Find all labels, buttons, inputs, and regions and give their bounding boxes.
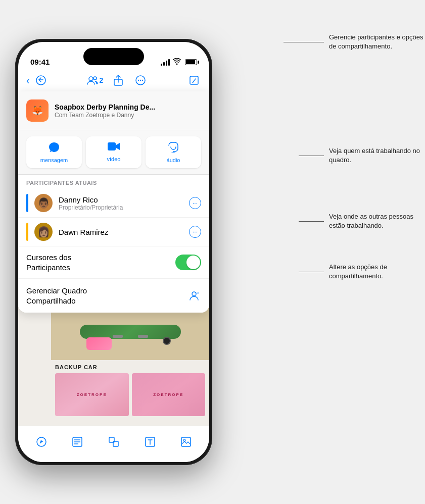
- battery-icon: [185, 59, 197, 65]
- participant-indicator-danny: [26, 194, 28, 212]
- toggle-thumb: [186, 256, 200, 269]
- status-icons: [161, 58, 197, 66]
- tool-media-button[interactable]: [173, 431, 199, 453]
- annotation-4: Altere as opções de compartilhamento.: [299, 263, 425, 281]
- toolbar-center: 2: [87, 73, 148, 87]
- annotation-1-line: [284, 42, 324, 42]
- svg-point-15: [192, 292, 196, 296]
- cursors-toggle-row: Cursores dosParticipantes: [18, 246, 209, 279]
- tool-text-button[interactable]: [137, 431, 163, 453]
- action-video-button[interactable]: vídeo: [86, 136, 141, 168]
- svg-rect-14: [108, 142, 116, 150]
- participant-row-dawn: 👩🏽 Dawn Ramirez ···: [18, 218, 209, 246]
- svg-point-1: [89, 77, 93, 81]
- annotation-1: Gerencie participantes e opções de compa…: [284, 33, 425, 51]
- participant-more-danny[interactable]: ···: [189, 197, 201, 209]
- participant-row-danny: 👨🏾 Danny Rico Proprietário/Proprietária …: [18, 189, 209, 218]
- participant-avatar-danny: 👨🏾: [34, 194, 53, 212]
- backup-car-title: BACKUP CAR: [55, 364, 205, 370]
- panel-avatar: 🦊: [26, 99, 49, 122]
- participant-info-dawn: Dawn Ramirez: [59, 228, 183, 236]
- wifi-icon: [173, 58, 181, 66]
- annotation-3: Veja onde as outras pessoas estão trabal…: [299, 212, 425, 230]
- tool-lines-button[interactable]: [65, 431, 90, 453]
- participant-role-danny: Proprietário/Proprietária: [59, 204, 183, 211]
- annotation-3-line: [299, 221, 324, 222]
- annotation-3-text: Veja onde as outras pessoas estão trabal…: [324, 212, 425, 230]
- status-time: 09:41: [30, 58, 50, 66]
- svg-point-6: [140, 80, 141, 81]
- backup-img-2: ZOETROPE: [132, 373, 206, 416]
- manage-board-label: Gerenciar QuadroCompartilhado: [26, 286, 181, 306]
- backup-section: BACKUP CAR ZOETROPE ZOETROPE: [51, 360, 209, 426]
- phone-frame: 09:41: [15, 39, 212, 465]
- backup-img-1: ZOETROPE: [55, 373, 129, 416]
- audio-icon: [168, 141, 179, 155]
- annotation-2-line: [299, 156, 324, 156]
- more-button[interactable]: [133, 73, 148, 87]
- cursors-toggle-switch[interactable]: [175, 255, 201, 270]
- sharing-panel: 🦊 Soapbox Derby Planning De... Com Team …: [18, 91, 209, 313]
- top-toolbar: ‹: [18, 69, 209, 91]
- annotation-2: Veja quem está trabalhando no quadro.: [299, 146, 425, 165]
- svg-point-2: [93, 77, 97, 80]
- panel-header-info: Soapbox Derby Planning De... Com Team Zo…: [55, 103, 201, 119]
- panel-subtitle: Com Team Zoetrope e Danny: [55, 112, 201, 119]
- action-buttons-row: mensagem vídeo: [18, 130, 209, 175]
- participant-name-danny: Danny Rico: [59, 195, 183, 204]
- svg-point-7: [142, 80, 143, 81]
- participants-section: PARTICIPANTES ATUAIS 👨🏾 Danny Rico Propr…: [18, 175, 209, 246]
- manage-board-row[interactable]: Gerenciar QuadroCompartilhado: [18, 279, 209, 313]
- phone-screen: 09:41: [18, 42, 209, 462]
- panel-title: Soapbox Derby Planning De...: [55, 103, 201, 111]
- participant-name-dawn: Dawn Ramirez: [59, 228, 183, 236]
- audio-label: áudio: [167, 157, 180, 163]
- back-button[interactable]: ‹: [26, 75, 30, 86]
- action-audio-button[interactable]: áudio: [146, 136, 201, 168]
- scene: 09:41: [0, 0, 425, 504]
- message-icon: [48, 141, 60, 155]
- tool-shapes-button[interactable]: [101, 431, 126, 453]
- signal-icon: [161, 59, 170, 66]
- dynamic-island: [83, 48, 144, 65]
- edit-button[interactable]: [187, 73, 201, 87]
- bottom-toolbar: [18, 426, 209, 462]
- backup-images: ZOETROPE ZOETROPE: [55, 373, 205, 416]
- annotation-1-text: Gerencie participantes e opções de compa…: [324, 33, 425, 51]
- video-icon: [107, 141, 120, 154]
- toolbar-left: ‹: [26, 73, 48, 87]
- participant-indicator-dawn: [26, 223, 28, 241]
- toolbar-right: [187, 73, 201, 87]
- panel-header: 🦊 Soapbox Derby Planning De... Com Team …: [18, 91, 209, 130]
- svg-point-5: [138, 80, 139, 81]
- annotation-4-text: Altere as opções de compartilhamento.: [324, 263, 425, 281]
- participant-more-dawn[interactable]: ···: [189, 226, 201, 238]
- message-label: mensagem: [40, 157, 68, 163]
- video-label: vídeo: [107, 156, 121, 162]
- tool-pen-button[interactable]: [29, 431, 54, 453]
- svg-rect-25: [181, 437, 191, 446]
- svg-point-0: [36, 76, 45, 85]
- annotations-container: Gerencie participantes e opções de compa…: [263, 0, 425, 504]
- annotation-2-text: Veja quem está trabalhando no quadro.: [324, 146, 425, 165]
- participants-count: 2: [99, 76, 103, 84]
- annotation-4-line: [299, 272, 324, 272]
- action-message-button[interactable]: mensagem: [26, 136, 82, 168]
- cursors-toggle-label: Cursores dosParticipantes: [26, 253, 169, 272]
- undo-button[interactable]: [34, 73, 48, 87]
- share-button[interactable]: [111, 73, 125, 87]
- participant-info-danny: Danny Rico Proprietário/Proprietária: [59, 195, 183, 211]
- participant-avatar-dawn: 👩🏽: [34, 223, 53, 241]
- participants-button[interactable]: 2: [87, 76, 103, 85]
- manage-board-icon: [187, 289, 201, 303]
- section-label: PARTICIPANTES ATUAIS: [18, 175, 209, 189]
